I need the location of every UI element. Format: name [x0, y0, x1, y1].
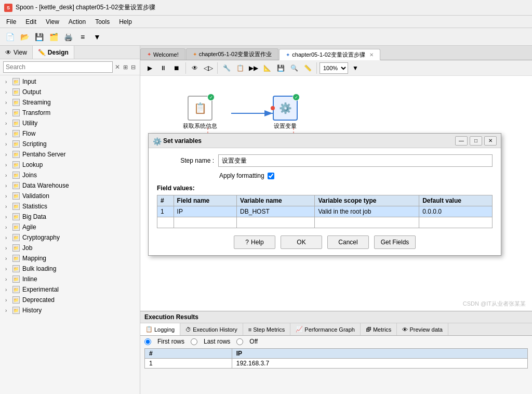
execution-results-title: Execution Results — [140, 311, 532, 323]
folder-icon: 📁 — [12, 192, 20, 200]
layout-btn[interactable]: 📐 — [261, 62, 273, 74]
get-fields-button[interactable]: Get Fields — [374, 235, 416, 249]
menu-view[interactable]: View — [42, 17, 63, 27]
tree-item-output[interactable]: › 📁 Output — [0, 87, 140, 97]
tree-item-mapping[interactable]: › 📁 Mapping — [0, 253, 140, 264]
collapse-all-icon[interactable]: ⊟ — [130, 63, 137, 71]
expand-all-icon[interactable]: ⊞ — [122, 63, 129, 71]
last-rows-radio[interactable] — [191, 338, 197, 345]
stop-btn[interactable]: ⏹ — [170, 62, 183, 74]
toolbar-save[interactable]: 💾 — [32, 30, 46, 44]
apply-formatting-row: Apply formatting — [219, 172, 493, 179]
main-layout: 👁 View ✏️ Design ✕ ⊞ ⊟ › 📁 Input › — [0, 46, 532, 394]
tree-item-input[interactable]: › 📁 Input — [0, 76, 140, 87]
menu-help[interactable]: Help — [115, 17, 136, 27]
tab-exec-history[interactable]: ⏱ Execution History — [180, 323, 243, 335]
zoom-dropdown[interactable]: ▼ — [349, 62, 362, 74]
ruler-btn[interactable]: 📏 — [301, 62, 314, 74]
sep3 — [316, 62, 317, 74]
step-btn[interactable]: ◁▷ — [202, 62, 215, 74]
fast-btn[interactable]: ▶▶ — [247, 62, 260, 74]
dialog-minimize-btn[interactable]: — — [455, 136, 468, 146]
tree-item-utility[interactable]: › 📁 Utility — [0, 118, 140, 128]
toolbar-open[interactable]: 📂 — [18, 30, 31, 44]
tree-item-agile[interactable]: › 📁 Agile — [0, 222, 140, 232]
tree-item-scripting[interactable]: › 📁 Scripting — [0, 139, 140, 149]
toolbar-new[interactable]: 📄 — [3, 30, 17, 44]
table-row[interactable]: 1 IP DB_HOST Valid in the root job 0.0.0… — [157, 206, 493, 217]
copy-btn[interactable]: 📋 — [234, 62, 246, 74]
toolbar-print[interactable]: 🖨️ — [61, 30, 75, 44]
folder-icon: 📁 — [12, 151, 20, 158]
dialog-maximize-btn[interactable]: □ — [470, 136, 482, 146]
toolbar-dropdown[interactable]: ▼ — [90, 30, 104, 44]
debug-btn[interactable]: 🔧 — [220, 62, 233, 74]
tree-item-validation[interactable]: › 📁 Validation — [0, 191, 140, 201]
menu-action[interactable]: Action — [64, 17, 90, 27]
tab-logging[interactable]: 📋 Logging — [140, 323, 180, 335]
node-get-system-info[interactable]: 📋 ✓ 获取系统信息 — [183, 96, 217, 130]
set-variables-dialog[interactable]: ⚙️ Set variables — □ ✕ Step name : Apply… — [148, 133, 501, 256]
tab-job[interactable]: ✦ chapter05-1-02变量设置作业 — [186, 48, 279, 60]
pause-btn[interactable]: ⏸ — [157, 62, 169, 74]
canvas-area[interactable]: 📋 ✓ 获取系统信息 ⚙️ ✓ 设置变量 ⚙️ Set variables — [140, 76, 532, 311]
tab-transform[interactable]: ✦ chapter05-1-02变量设置步骤 ✕ — [279, 49, 380, 60]
menu-file[interactable]: File — [2, 17, 20, 27]
tree-item-deprecated[interactable]: › 📁 Deprecated — [0, 295, 140, 305]
step-name-input[interactable] — [218, 154, 493, 167]
tree-item-cryptography[interactable]: › 📁 Cryptography — [0, 232, 140, 243]
search-clear-icon[interactable]: ✕ — [115, 63, 120, 71]
tab-close-icon[interactable]: ✕ — [369, 52, 374, 58]
arrow-icon: › — [5, 141, 12, 147]
result-row[interactable]: 1 192.168.3.7 — [145, 359, 528, 369]
off-radio[interactable] — [236, 338, 243, 345]
zoom-btn[interactable]: 🔍 — [288, 62, 300, 74]
tree-item-history[interactable]: › 📁 History — [0, 305, 140, 316]
tab-welcome[interactable]: ✦ Welcome! — [140, 48, 185, 60]
error-dot — [271, 106, 275, 110]
tree-item-inline[interactable]: › 📁 Inline — [0, 274, 140, 284]
tab-design[interactable]: ✏️ Design — [33, 46, 74, 59]
tab-perf-graph[interactable]: 📈 Performance Graph — [290, 323, 361, 335]
tree-item-job[interactable]: › 📁 Job — [0, 243, 140, 253]
node-set-variables[interactable]: ⚙️ ✓ 设置变量 — [273, 96, 298, 130]
tab-metrics[interactable]: 🗊 Metrics — [361, 323, 397, 335]
tree-item-pentaho[interactable]: › 📁 Pentaho Server — [0, 149, 140, 160]
tree-item-bulkloading[interactable]: › 📁 Bulk loading — [0, 264, 140, 274]
arrow-icon: › — [5, 235, 12, 241]
menu-edit[interactable]: Edit — [21, 17, 41, 27]
tree-item-joins[interactable]: › 📁 Joins — [0, 170, 140, 180]
toolbar-layers[interactable]: ≡ — [76, 30, 89, 44]
arrow-icon: › — [5, 214, 12, 220]
tree-item-flow[interactable]: › 📁 Flow — [0, 128, 140, 139]
cancel-button[interactable]: Cancel — [327, 235, 369, 249]
col-fieldname: Field name — [174, 195, 236, 206]
save-canvas-btn[interactable]: 💾 — [274, 62, 287, 74]
metrics2-icon: 🗊 — [366, 326, 371, 333]
run-btn[interactable]: ▶ — [143, 62, 156, 74]
ok-button[interactable]: OK — [281, 235, 322, 249]
tab-bar: ✦ Welcome! ✦ chapter05-1-02变量设置作业 ✦ chap… — [140, 46, 532, 60]
arrow-icon: › — [5, 183, 12, 189]
first-rows-radio[interactable] — [144, 338, 151, 345]
tree-item-experimental[interactable]: › 📁 Experimental — [0, 284, 140, 295]
tree-item-statistics[interactable]: › 📁 Statistics — [0, 201, 140, 212]
menu-tools[interactable]: Tools — [91, 17, 114, 27]
search-input[interactable] — [3, 61, 113, 73]
apply-formatting-checkbox[interactable] — [268, 173, 274, 179]
tree-item-lookup[interactable]: › 📁 Lookup — [0, 160, 140, 170]
zoom-select[interactable]: 100% 75% 50% 150% — [320, 62, 348, 74]
tab-step-metrics[interactable]: ≡ Step Metrics — [243, 323, 291, 335]
toolbar-save-as[interactable]: 🗂️ — [47, 30, 60, 44]
tree-list: › 📁 Input › 📁 Output › 📁 Streaming › 📁 T… — [0, 75, 140, 394]
preview-btn[interactable]: 👁 — [189, 62, 201, 74]
tree-item-datawarehouse[interactable]: › 📁 Data Warehouse — [0, 180, 140, 191]
tree-item-streaming[interactable]: › 📁 Streaming — [0, 97, 140, 108]
tree-item-transform[interactable]: › 📁 Transform — [0, 108, 140, 118]
tab-preview-data[interactable]: 👁 Preview data — [397, 323, 448, 335]
welcome-tab-icon: ✦ — [147, 51, 151, 57]
tab-view[interactable]: 👁 View — [0, 46, 33, 59]
help-button[interactable]: ? Help — [234, 235, 275, 249]
tree-item-bigdata[interactable]: › 📁 Big Data — [0, 212, 140, 222]
dialog-close-btn[interactable]: ✕ — [484, 136, 497, 146]
